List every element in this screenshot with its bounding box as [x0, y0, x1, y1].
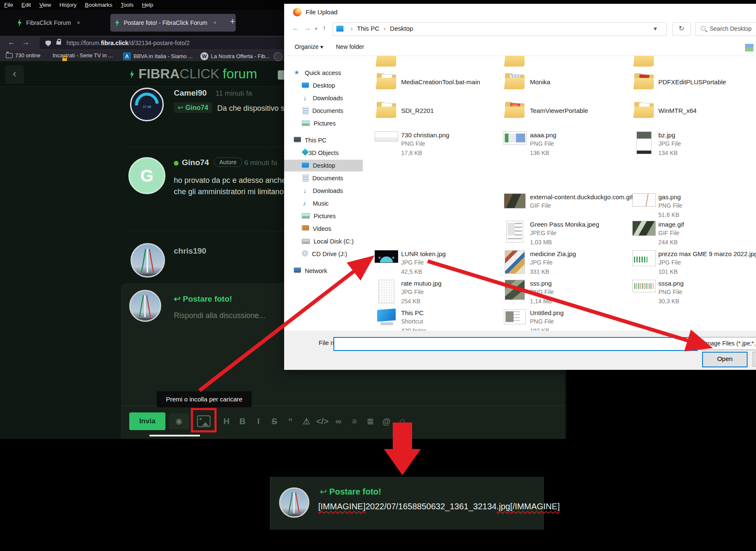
avatar[interactable]	[130, 243, 165, 278]
file-text: rate mutuo.jpgJPG File254 KB	[401, 279, 506, 306]
sidebar-pc-music[interactable]: Music	[284, 198, 363, 209]
file-icon	[503, 193, 527, 209]
file-icon	[375, 309, 398, 325]
file-meta: 254 KB	[401, 297, 506, 306]
composer-resize-handle[interactable]	[149, 435, 200, 436]
folder-glyph	[377, 73, 396, 89]
breadcrumb-caret-icon[interactable]: ▾	[654, 25, 657, 32]
thumbnail	[375, 131, 398, 142]
unordered-list-icon[interactable]: ≡	[347, 414, 362, 429]
organize-button[interactable]: Organize ▾	[295, 43, 323, 50]
sidebar-pc-downloads[interactable]: Downloads	[284, 185, 363, 197]
menu-tools[interactable]: Tools	[121, 2, 133, 8]
composer-placeholder[interactable]: Rispondi alla discussione...	[174, 311, 265, 320]
sidebar-pc-videos[interactable]: Videos	[284, 223, 363, 235]
sidebar-network[interactable]: Network	[284, 265, 363, 277]
folder-front	[504, 56, 524, 67]
new-folder-button[interactable]: New folder	[336, 43, 364, 50]
post-author[interactable]: Gino74	[182, 158, 209, 167]
bold-icon[interactable]: B	[235, 414, 250, 429]
bookmark-2[interactable]: Incastrati - Serie TV in ...	[45, 52, 113, 59]
emoji-icon[interactable]: ☺	[395, 414, 410, 429]
tab-1[interactable]: FibraClick Forum×	[13, 14, 117, 32]
breadcrumb-path: ›This PC›Desktop	[346, 25, 413, 32]
new-tab-button[interactable]: +	[230, 16, 235, 27]
warning-icon[interactable]: ⚠	[299, 414, 314, 429]
forward-icon[interactable]: →	[22, 38, 29, 47]
star-icon	[294, 69, 301, 76]
up-icon[interactable]: ↑	[322, 24, 326, 32]
file-type-dropdown[interactable]: Image Files (*.jpe;*.jp	[700, 337, 756, 350]
cancel-button-partial[interactable]	[753, 352, 756, 366]
avatar[interactable]: G	[128, 157, 165, 194]
brand-forum: forum	[223, 66, 257, 81]
file-icon	[632, 221, 656, 236]
tracking-shield-icon[interactable]	[45, 40, 51, 46]
sidebar-quick-documents[interactable]: Documents	[284, 105, 363, 117]
sidebar-pc-pictures[interactable]: Pictures	[284, 210, 363, 222]
breadcrumb[interactable]: ›This PC›Desktop ▾	[333, 22, 667, 36]
sidebar-quick-desktop[interactable]: Desktop	[284, 80, 363, 91]
bookmark-4[interactable]: WLa Nostra Offerta - Fib...	[200, 52, 270, 60]
folder-front	[504, 107, 524, 118]
ordered-list-icon[interactable]: ≣	[363, 414, 378, 429]
forum-back-button[interactable]: ‹	[5, 65, 24, 84]
post-author[interactable]: chris190	[174, 246, 206, 256]
tab-2[interactable]: Postare foto! - FibraClick Forum×	[110, 14, 236, 32]
file-name: LUNR token.jpg	[401, 249, 506, 258]
sidebar-this-pc[interactable]: This PC	[284, 134, 363, 146]
strikethrough-icon[interactable]: S	[267, 414, 282, 429]
file-name-input[interactable]	[333, 337, 698, 351]
refresh-button[interactable]: ↻	[672, 22, 691, 36]
sidebar-pc-documents[interactable]: Documents	[284, 172, 363, 184]
open-button[interactable]: Open	[702, 352, 748, 367]
sidebar-pc-local-disk-c-[interactable]: Local Disk (C:)	[284, 235, 363, 247]
bookmark-1[interactable]: 730 online	[6, 52, 40, 59]
tab-close-icon[interactable]: ×	[77, 19, 80, 26]
sidebar-pc-cd-drive-j-[interactable]: CD Drive (J:)	[284, 248, 363, 260]
menu-file[interactable]: File	[4, 2, 13, 8]
lock-icon[interactable]	[56, 41, 61, 45]
breadcrumb-desktop[interactable]: Desktop	[390, 25, 413, 32]
menu-edit[interactable]: Edit	[21, 2, 31, 8]
link-icon[interactable]: ∞	[331, 414, 346, 429]
quote-icon[interactable]: “	[283, 414, 298, 429]
upload-image-button[interactable]	[195, 414, 212, 428]
bookmark-3[interactable]: ΛBBVA in Italia - Siamo ...	[123, 52, 193, 60]
submit-button[interactable]: Invia	[129, 412, 165, 430]
heading-icon[interactable]: H	[219, 414, 234, 429]
reply-chip[interactable]: ↩Gino74	[174, 102, 212, 113]
italic-icon[interactable]: I	[251, 414, 266, 429]
bbcode-text[interactable]: [IMMAGINE]2022/07/1658850632_1361_32134.…	[318, 502, 560, 511]
folder-icon	[6, 53, 13, 58]
menu-bookmarks[interactable]: Bookmarks	[85, 2, 112, 8]
post-author[interactable]: Camel90	[174, 88, 207, 98]
back-icon[interactable]: ←	[8, 38, 15, 47]
search-box[interactable]: Search Desktop	[695, 22, 756, 36]
bookmark-5[interactable]	[274, 52, 282, 61]
forum-logo[interactable]: FIBRACLICKforum	[129, 66, 257, 82]
code-icon[interactable]: </>	[315, 414, 330, 429]
view-mode-icon[interactable]	[745, 44, 753, 51]
preview-button[interactable]: ◉	[169, 413, 189, 429]
mention-icon[interactable]: @	[379, 414, 394, 429]
sidebar-quick-downloads[interactable]: Downloads	[284, 92, 363, 104]
back-icon[interactable]: ←	[292, 24, 299, 32]
menu-history[interactable]: History	[59, 2, 76, 8]
file-icon	[632, 73, 656, 89]
sidebar-quick-access[interactable]: Quick access	[284, 67, 363, 79]
history-caret-icon[interactable]: ▾	[315, 26, 317, 32]
wordpress-icon: W	[200, 52, 208, 60]
menu-help[interactable]: Help	[142, 2, 153, 8]
forward-icon[interactable]: →	[304, 24, 311, 32]
sidebar-quick-pictures[interactable]: Pictures	[284, 118, 363, 129]
sidebar-pc-desktop[interactable]: Desktop	[284, 160, 363, 171]
menu-view[interactable]: View	[39, 2, 51, 8]
sidebar-pc-3d-objects[interactable]: 3D Objects	[284, 147, 363, 159]
breadcrumb-this-pc[interactable]: This PC	[357, 25, 379, 32]
file-meta: PNG File	[530, 317, 635, 326]
avatar[interactable]: 37,38	[130, 88, 164, 121]
folder-location-icon	[336, 26, 343, 32]
tab-close-icon[interactable]: ×	[213, 19, 216, 26]
file-icon	[503, 309, 527, 324]
